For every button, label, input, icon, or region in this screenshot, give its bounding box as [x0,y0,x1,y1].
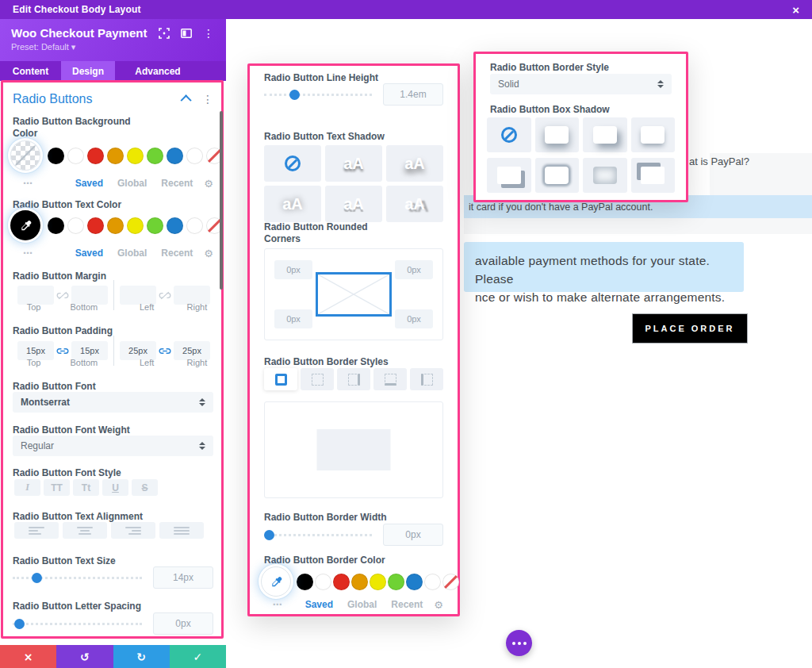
color-swatch[interactable] [167,148,183,164]
layout-panel-icon[interactable] [180,27,193,40]
border-option[interactable] [301,368,334,390]
align-right-button[interactable] [111,522,155,539]
more-options-icon[interactable]: ⋯ [13,178,43,189]
current-color-swatch-black[interactable] [10,210,40,240]
global-link[interactable]: Global [117,248,147,259]
color-swatch[interactable] [87,217,104,234]
undo-button[interactable]: ↺ [56,645,113,668]
page-settings-toggle-button[interactable] [506,630,532,656]
corner-bottom-left-input[interactable] [274,309,312,328]
text-size-input[interactable] [153,566,213,589]
recent-link[interactable]: Recent [161,248,193,259]
more-options-icon[interactable]: ⋯ [264,599,291,610]
color-swatch[interactable] [107,148,124,164]
box-shadow-option[interactable] [583,158,627,193]
global-link[interactable]: Global [347,599,377,610]
box-shadow-option[interactable] [631,117,676,152]
current-color-swatch-transparent[interactable] [10,140,40,171]
corner-top-right-input[interactable] [395,260,433,279]
box-shadow-none-option[interactable] [487,117,531,152]
color-swatch[interactable] [67,148,84,164]
color-swatch[interactable] [424,574,441,590]
text-shadow-option[interactable]: aA [264,186,321,222]
color-swatch[interactable] [406,574,423,590]
border-width-input[interactable] [383,524,443,546]
preset-selector[interactable]: Preset: Default ▾ [11,42,215,52]
text-size-slider[interactable] [13,577,142,579]
close-icon[interactable]: × [792,4,799,16]
box-shadow-option[interactable] [487,158,531,193]
letter-spacing-input[interactable] [153,612,213,635]
text-shadow-option[interactable]: aA [386,145,443,182]
discard-button[interactable]: × [0,645,56,668]
saved-link[interactable]: Saved [305,599,333,610]
unlink-icon[interactable] [54,291,71,300]
tab-content[interactable]: Content [0,61,61,81]
more-options-icon[interactable]: ⋯ [13,248,43,259]
color-swatch[interactable] [147,148,163,164]
color-swatch[interactable] [370,574,386,590]
color-swatch[interactable] [315,574,331,590]
font-select[interactable]: Montserrat [13,392,213,413]
section-header-radio-buttons[interactable]: Radio Buttons ⋮ [13,92,213,106]
box-shadow-option[interactable] [535,158,580,193]
border-option[interactable] [410,368,443,390]
border-option[interactable] [373,368,407,390]
tab-design[interactable]: Design [61,61,115,81]
recent-link[interactable]: Recent [391,599,423,610]
module-menu-icon[interactable]: ⋮ [202,27,215,40]
border-width-slider[interactable] [264,534,372,536]
font-weight-select[interactable]: Regular [13,436,213,456]
gear-icon[interactable]: ⚙ [204,248,213,259]
color-swatch[interactable] [388,574,404,590]
color-swatch[interactable] [48,217,64,234]
global-link[interactable]: Global [117,178,147,189]
box-shadow-option[interactable] [583,117,627,152]
slider-handle[interactable] [264,530,274,540]
color-swatch[interactable] [351,574,368,590]
corners-link-target[interactable] [316,272,392,317]
color-swatch[interactable] [442,574,459,590]
link-icon[interactable] [156,347,174,355]
smallcaps-button[interactable]: Tt [73,479,99,496]
color-swatch[interactable] [107,217,124,234]
color-swatch[interactable] [127,148,144,164]
italic-button[interactable]: I [14,479,40,496]
text-shadow-option[interactable]: aA [325,145,382,182]
slider-handle[interactable] [14,619,25,629]
color-swatch[interactable] [67,217,84,234]
strikethrough-button[interactable]: S [132,479,158,496]
align-justify-button[interactable] [159,522,204,539]
saved-link[interactable]: Saved [75,178,103,189]
text-shadow-none-option[interactable] [264,145,321,182]
unlink-icon[interactable] [156,291,174,300]
border-option[interactable] [337,368,370,390]
place-order-button[interactable]: PLACE ORDER [632,313,748,344]
expand-icon[interactable] [158,27,170,40]
current-color-swatch-eyedropper[interactable] [261,566,291,597]
text-shadow-option[interactable]: aA [386,186,443,222]
section-menu-icon[interactable]: ⋮ [202,93,213,106]
underline-button[interactable]: U [102,479,128,496]
color-swatch[interactable] [297,574,313,590]
line-height-slider[interactable] [264,94,372,96]
color-swatch[interactable] [186,148,203,164]
color-swatch[interactable] [127,217,144,234]
uppercase-button[interactable]: TT [44,479,70,496]
recent-link[interactable]: Recent [161,178,193,189]
border-style-select[interactable]: Solid [490,74,672,94]
sidebar-scrollbar[interactable] [220,111,223,290]
color-swatch[interactable] [87,148,104,164]
slider-handle[interactable] [289,90,300,100]
save-button[interactable]: ✓ [170,645,226,668]
saved-link[interactable]: Saved [75,248,103,259]
align-center-button[interactable] [63,522,107,539]
redo-button[interactable]: ↻ [113,645,170,668]
corner-bottom-right-input[interactable] [395,309,433,328]
color-swatch[interactable] [333,574,350,590]
text-shadow-option[interactable]: aA [325,186,382,222]
link-icon[interactable] [54,347,71,355]
border-all-option-selected[interactable] [264,368,297,390]
box-shadow-option[interactable] [535,117,580,152]
slider-handle[interactable] [32,573,42,583]
